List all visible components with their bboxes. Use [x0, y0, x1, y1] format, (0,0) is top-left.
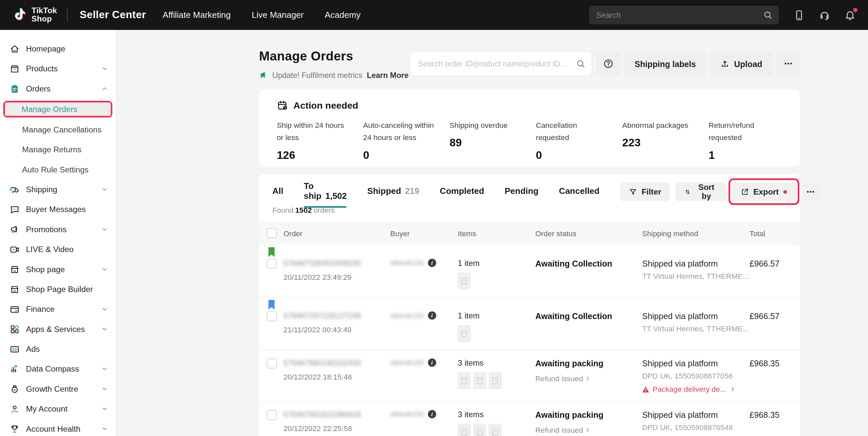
- row-checkbox[interactable]: [267, 312, 277, 321]
- nav-live-manager[interactable]: Live Manager: [252, 10, 304, 20]
- chevron-right-icon: [585, 427, 591, 433]
- app-viewport: TikTok Shop Seller Center Affiliate Mark…: [0, 0, 868, 436]
- sidebar-item-manage-orders[interactable]: Manage Orders: [5, 103, 111, 116]
- metric-auto-canceling[interactable]: Auto-canceling within 24 hours or less 0: [363, 120, 450, 162]
- tab-cancelled[interactable]: Cancelled: [559, 181, 600, 203]
- metric-ship-within-24h[interactable]: Ship within 24 hours or less 126: [277, 120, 363, 162]
- sidebar-item-shop-page-builder[interactable]: Shop Page Builder: [0, 279, 116, 299]
- chevron-down-icon: [101, 385, 108, 392]
- tab-completed[interactable]: Completed: [440, 181, 484, 203]
- sidebar-item-manage-returns[interactable]: Manage Returns: [0, 140, 116, 159]
- export-button[interactable]: Export: [732, 182, 796, 201]
- sidebar-label: My Account: [26, 404, 68, 413]
- sidebar-label: LIVE & Video: [26, 245, 73, 254]
- shipping-method: Shipped via platform: [642, 410, 749, 419]
- chevron-right-icon: [730, 386, 735, 392]
- refund-issued-link[interactable]: Refund issued: [535, 426, 642, 434]
- sidebar-item-manage-cancellations[interactable]: Manage Cancellations: [0, 120, 116, 139]
- metric-shipping-overdue[interactable]: Shipping overdue 89: [450, 120, 536, 162]
- product-thumbnail[interactable]: [489, 372, 502, 389]
- learn-more-link[interactable]: Learn More: [367, 71, 409, 80]
- row-checkbox[interactable]: [267, 358, 277, 368]
- row-checkbox[interactable]: [267, 410, 277, 420]
- product-thumbnail[interactable]: [473, 372, 486, 389]
- tab-shipped[interactable]: Shipped219: [367, 181, 420, 203]
- sidebar-item-homepage[interactable]: Homepage: [0, 39, 116, 58]
- credit-card-icon: [9, 304, 20, 315]
- upload-button[interactable]: Upload: [710, 51, 772, 76]
- sidebar-item-buyer-messages[interactable]: Buyer Messages: [0, 200, 116, 219]
- sort-arrows-icon: [684, 187, 691, 196]
- manage-orders-annotation-box: Manage Orders: [3, 101, 112, 117]
- sidebar-item-shop-page[interactable]: Shop page: [0, 259, 116, 279]
- product-thumbnail[interactable]: [458, 424, 471, 436]
- order-id-blurred: 576467660190152430: [283, 358, 383, 367]
- product-thumbnail[interactable]: [489, 424, 502, 436]
- buyer-info-icon[interactable]: i: [428, 259, 436, 267]
- sidebar-item-live-video[interactable]: LIVE & Video: [0, 239, 116, 259]
- items-count: 1 item: [458, 259, 535, 267]
- orders-search-input[interactable]: [410, 51, 593, 76]
- sidebar-item-products[interactable]: Products: [0, 59, 116, 79]
- bookmark-icon[interactable]: [268, 299, 275, 310]
- buyer-info-icon[interactable]: i: [428, 358, 436, 367]
- sort-by-button[interactable]: Sort by: [676, 182, 726, 201]
- global-search-input[interactable]: [589, 6, 779, 24]
- buyer-name-blurred: wbxuk100: [390, 259, 424, 267]
- sidebar-item-orders[interactable]: Orders: [0, 79, 116, 98]
- notifications-bell-icon[interactable]: [844, 9, 856, 21]
- buyer-name-blurred: wbxuk100: [390, 410, 424, 418]
- col-order-status: Order status: [535, 229, 642, 237]
- product-thumbnail[interactable]: [473, 424, 486, 436]
- sidebar-item-growth-centre[interactable]: Growth Centre: [0, 379, 116, 399]
- filter-button[interactable]: Filter: [620, 182, 670, 201]
- metric-return-refund[interactable]: Return/refund requested 1: [709, 120, 795, 162]
- nav-affiliate-marketing[interactable]: Affiliate Marketing: [163, 10, 231, 20]
- product-thumbnail[interactable]: [458, 325, 471, 342]
- list-more-button[interactable]: ⋯: [801, 182, 819, 201]
- sidebar-item-data-compass[interactable]: Data Compass: [0, 359, 116, 379]
- sidebar-item-account-health[interactable]: Account Health: [0, 419, 116, 436]
- header-more-button[interactable]: ⋯: [777, 51, 800, 76]
- tiktok-shop-logo[interactable]: TikTok Shop: [13, 7, 57, 23]
- help-button[interactable]: [597, 51, 620, 76]
- product-thumbnail[interactable]: [458, 372, 471, 389]
- tab-to-ship[interactable]: To ship1,502: [304, 176, 347, 208]
- shipping-labels-button[interactable]: Shipping labels: [624, 51, 706, 76]
- sidebar-label: Promotions: [26, 225, 67, 234]
- sidebar-item-finance[interactable]: Finance: [0, 299, 116, 319]
- chevron-down-icon: [101, 326, 108, 332]
- tab-pending[interactable]: Pending: [505, 181, 538, 203]
- mobile-app-icon[interactable]: [794, 9, 805, 21]
- buyer-info-icon[interactable]: i: [428, 410, 436, 418]
- sidebar-item-my-account[interactable]: My Account: [0, 399, 116, 419]
- shipping-carrier: DPD UK, 15505908877056: [642, 372, 749, 380]
- nav-academy[interactable]: Academy: [325, 10, 361, 20]
- upload-label: Upload: [734, 59, 762, 69]
- bookmark-icon[interactable]: [268, 247, 275, 258]
- sidebar-item-apps-services[interactable]: Apps & Services: [0, 319, 116, 339]
- sidebar-item-shipping[interactable]: Shipping: [0, 179, 116, 199]
- select-all-checkbox[interactable]: [267, 228, 277, 238]
- product-thumbnail[interactable]: [458, 272, 471, 289]
- buyer-info-icon[interactable]: i: [428, 312, 436, 320]
- sidebar-item-promotions[interactable]: Promotions: [0, 219, 116, 239]
- support-headset-icon[interactable]: [819, 9, 830, 21]
- user-icon: [9, 404, 20, 414]
- sidebar-item-auto-rule-settings[interactable]: Auto Rule Settings: [0, 159, 116, 179]
- order-status: Awaiting Collection: [535, 259, 642, 268]
- refund-issued-link[interactable]: Refund issued: [535, 375, 642, 383]
- metric-abnormal-packages[interactable]: Abnormal packages 223: [622, 120, 709, 162]
- tab-all[interactable]: All: [272, 181, 283, 203]
- metric-cancellation-requested[interactable]: Cancellation requested 0: [536, 120, 622, 162]
- svg-text:AD: AD: [12, 347, 17, 351]
- package-delivery-warning-link[interactable]: Package delivery de...: [642, 385, 749, 394]
- sidebar-label: Manage Orders: [22, 105, 77, 114]
- tiktok-logo-icon: [13, 7, 28, 23]
- storefront-icon: [9, 284, 20, 295]
- row-checkbox[interactable]: [267, 259, 277, 268]
- sidebar-label: Shop page: [26, 265, 65, 274]
- page-header: Manage Orders Update! Fulfilment metrics…: [259, 49, 800, 80]
- sidebar-item-ads[interactable]: AD Ads: [0, 339, 116, 359]
- shipping-method: Shipped via platform: [642, 259, 749, 268]
